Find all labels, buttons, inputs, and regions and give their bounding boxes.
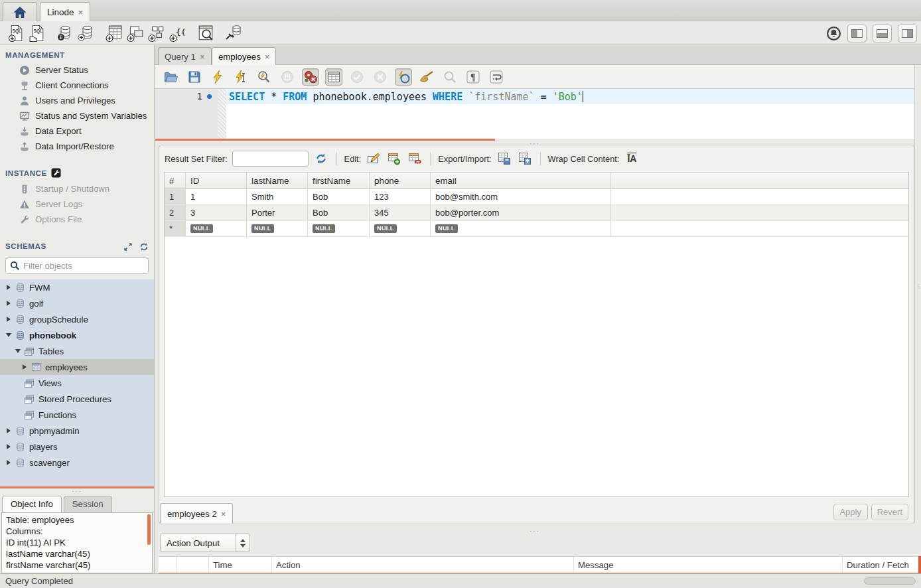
sidebar-item-server-status[interactable]: Server Status	[0, 62, 154, 78]
commit-button[interactable]	[348, 68, 366, 86]
schema-item-phonebook[interactable]: phonebook	[0, 327, 154, 343]
sidebar-item-data-export[interactable]: Data Export	[0, 123, 154, 139]
cell-phone[interactable]: 345	[370, 205, 431, 221]
expand-arrow-icon[interactable]	[4, 317, 13, 322]
create-schema-button[interactable]	[76, 23, 97, 43]
delete-row-icon[interactable]	[407, 151, 423, 166]
grid-header-firstname[interactable]: firstName	[308, 173, 370, 189]
output-col-action[interactable]: Action	[272, 557, 574, 573]
expand-arrow-icon[interactable]	[4, 285, 13, 290]
cell-firstname[interactable]: Bob	[308, 205, 370, 221]
toggle-stop-on-error-button[interactable]	[302, 68, 319, 86]
rollback-button[interactable]	[372, 68, 389, 86]
refresh-schemas-icon[interactable]	[139, 242, 149, 252]
limit-rows-button[interactable]	[325, 68, 342, 86]
toggle-left-sidebar-button[interactable]	[847, 25, 867, 42]
toggle-bottom-panel-button[interactable]	[873, 25, 892, 42]
tree-item-functions[interactable]: Functions	[0, 407, 154, 423]
connection-tab[interactable]: Linode ×	[40, 2, 90, 21]
home-tab[interactable]	[3, 2, 37, 21]
output-col-time[interactable]: Time	[209, 557, 272, 573]
apply-button[interactable]: Apply	[833, 504, 868, 520]
create-function-button[interactable]: {()}	[167, 23, 188, 43]
tree-item-employees[interactable]: employees	[0, 359, 154, 375]
horizontal-scrollbar-thumb[interactable]	[864, 577, 916, 585]
create-procedure-button[interactable]	[146, 23, 167, 43]
sidebar-item-options-file[interactable]: Options File	[0, 212, 154, 227]
output-col-status[interactable]	[159, 557, 177, 573]
right-panel-collapsed-strip[interactable]: ⋮	[914, 65, 921, 523]
search-table-data-button[interactable]	[195, 23, 216, 43]
toggle-word-wrap-button[interactable]	[488, 68, 505, 86]
tree-item-views[interactable]: Views	[0, 375, 154, 391]
sidebar-item-users-privileges[interactable]: Users and Privileges	[0, 93, 154, 108]
output-selector-spinner-icon[interactable]	[235, 534, 249, 551]
expand-arrow-icon[interactable]	[20, 364, 29, 370]
tab-employees[interactable]: employees ×	[212, 47, 276, 65]
refresh-results-icon[interactable]	[313, 151, 329, 166]
collapse-arrow-icon[interactable]	[13, 349, 22, 353]
expand-arrow-icon[interactable]	[4, 444, 13, 449]
object-info-scrollbar[interactable]	[147, 514, 151, 545]
reconnect-database-button[interactable]	[223, 23, 244, 43]
schema-item-groupschedule[interactable]: groupSchedule	[0, 311, 154, 327]
sidebar-item-server-logs[interactable]: Server Logs	[0, 196, 154, 212]
row-number-cell[interactable]: *	[165, 221, 186, 237]
revert-button[interactable]: Revert	[871, 504, 908, 520]
tree-item-stored-procedures[interactable]: Stored Procedures	[0, 391, 154, 407]
schema-item-scavenger[interactable]: scavenger	[0, 455, 154, 471]
sidebar-item-data-import[interactable]: Data Import/Restore	[0, 139, 154, 154]
insert-row-icon[interactable]	[386, 151, 402, 166]
show-invisibles-button[interactable]: ¶	[464, 68, 482, 86]
output-vertical-scrollbar[interactable]	[918, 556, 921, 575]
new-query-tab-button[interactable]: SQL	[5, 23, 27, 43]
grid-header-phone[interactable]: phone	[370, 173, 431, 189]
create-table-button[interactable]	[104, 23, 125, 43]
tree-item-tables[interactable]: Tables	[0, 343, 154, 359]
sidebar-item-startup-shutdown[interactable]: Startup / Shutdown	[0, 181, 154, 196]
output-col-message[interactable]: Message	[574, 557, 843, 573]
expand-panel-icon[interactable]	[123, 242, 133, 252]
collapse-arrow-icon[interactable]	[4, 333, 13, 337]
schema-item-golf[interactable]: golf	[0, 295, 154, 311]
cell-firstname[interactable]: Bob	[308, 189, 370, 205]
output-col-index[interactable]	[177, 557, 209, 573]
row-number-cell[interactable]: 2	[165, 205, 186, 221]
open-file-button[interactable]	[163, 68, 180, 86]
cell-id[interactable]: 3	[186, 205, 247, 221]
create-view-button[interactable]	[125, 23, 146, 43]
grid-header-rownum[interactable]: #	[165, 173, 186, 189]
tab-session[interactable]: Session	[64, 496, 112, 512]
schema-filter-input[interactable]	[23, 261, 144, 271]
close-icon[interactable]: ×	[221, 509, 226, 519]
import-recordset-icon[interactable]	[517, 151, 533, 166]
close-icon[interactable]: ×	[78, 7, 84, 17]
expand-arrow-icon[interactable]	[4, 428, 13, 433]
sql-editor[interactable]: 1 SELECT * FROM phonebook.employees WHER…	[155, 89, 914, 139]
sidebar-item-client-connections[interactable]: Client Connections	[0, 78, 154, 93]
tab-object-info[interactable]: Object Info	[2, 496, 62, 512]
sidebar-splitter-handle[interactable]	[0, 488, 154, 494]
sql-code-line[interactable]: SELECT * FROM phonebook.employees WHERE …	[226, 89, 914, 104]
cell-lastname[interactable]: Smith	[247, 189, 308, 205]
expand-arrow-icon[interactable]	[4, 301, 13, 306]
cell-phone[interactable]: 123	[370, 189, 431, 205]
cell-email[interactable]: bob@porter.com	[431, 205, 611, 221]
execute-query-button[interactable]	[209, 68, 226, 86]
grid-header-email[interactable]: email	[431, 173, 611, 189]
execute-current-statement-button[interactable]	[232, 68, 249, 86]
cell-id[interactable]: 1	[186, 189, 247, 205]
output-selector[interactable]: Action Output	[160, 534, 250, 552]
toggle-right-sidebar-button[interactable]	[898, 25, 917, 42]
open-sql-script-button[interactable]: SQL	[27, 23, 48, 43]
row-number-cell[interactable]: 1	[165, 189, 186, 205]
explain-plan-button[interactable]	[255, 68, 273, 86]
output-col-duration[interactable]: Duration / Fetch	[843, 557, 918, 573]
result-tab-employees-2[interactable]: employees 2 ×	[160, 503, 233, 524]
beautify-sql-button[interactable]	[418, 68, 435, 86]
inspect-database-button[interactable]: i	[54, 23, 76, 43]
schema-item-fwm[interactable]: FWM	[0, 279, 154, 295]
edit-cell-icon[interactable]	[366, 151, 382, 166]
close-icon[interactable]: ×	[265, 52, 270, 62]
wrap-cell-content-icon[interactable]: ĪA	[624, 151, 640, 166]
